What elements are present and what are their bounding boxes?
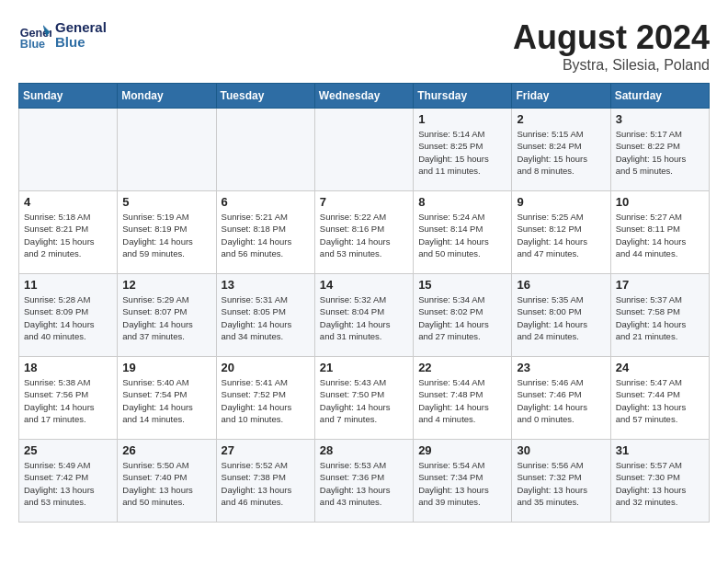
logo-general: General: [55, 20, 107, 36]
day-number: 11: [24, 278, 112, 292]
weekday-header-wednesday: Wednesday: [314, 84, 413, 109]
day-info: Sunrise: 5:34 AM Sunset: 8:02 PM Dayligh…: [418, 293, 506, 342]
calendar-cell: 9Sunrise: 5:25 AM Sunset: 8:12 PM Daylig…: [512, 191, 610, 274]
calendar-cell: 27Sunrise: 5:52 AM Sunset: 7:38 PM Dayli…: [216, 440, 314, 523]
day-number: 9: [517, 195, 605, 209]
day-info: Sunrise: 5:50 AM Sunset: 7:40 PM Dayligh…: [122, 459, 210, 508]
day-number: 1: [418, 112, 506, 126]
calendar-cell: 15Sunrise: 5:34 AM Sunset: 8:02 PM Dayli…: [414, 274, 512, 357]
calendar-cell: 7Sunrise: 5:22 AM Sunset: 8:16 PM Daylig…: [314, 191, 413, 274]
day-info: Sunrise: 5:53 AM Sunset: 7:36 PM Dayligh…: [320, 459, 408, 508]
day-number: 5: [122, 195, 210, 209]
day-info: Sunrise: 5:21 AM Sunset: 8:18 PM Dayligh…: [222, 211, 310, 259]
day-number: 23: [517, 361, 605, 374]
calendar-cell: 8Sunrise: 5:24 AM Sunset: 8:14 PM Daylig…: [414, 191, 512, 274]
calendar-cell: 30Sunrise: 5:56 AM Sunset: 7:32 PM Dayli…: [512, 440, 610, 523]
day-info: Sunrise: 5:37 AM Sunset: 7:58 PM Dayligh…: [616, 293, 704, 342]
day-info: Sunrise: 5:38 AM Sunset: 7:56 PM Dayligh…: [24, 376, 112, 425]
calendar-cell: 21Sunrise: 5:43 AM Sunset: 7:50 PM Dayli…: [314, 357, 413, 440]
location: Bystra, Silesia, Poland: [513, 57, 710, 74]
day-number: 10: [616, 195, 704, 209]
calendar-cell: 26Sunrise: 5:50 AM Sunset: 7:40 PM Dayli…: [118, 440, 216, 523]
calendar-cell: 29Sunrise: 5:54 AM Sunset: 7:34 PM Dayli…: [414, 440, 512, 523]
calendar-cell: 17Sunrise: 5:37 AM Sunset: 7:58 PM Dayli…: [610, 274, 709, 357]
day-info: Sunrise: 5:44 AM Sunset: 7:48 PM Dayligh…: [418, 376, 506, 425]
day-info: Sunrise: 5:32 AM Sunset: 8:04 PM Dayligh…: [320, 293, 408, 342]
day-number: 18: [24, 361, 112, 374]
day-info: Sunrise: 5:24 AM Sunset: 8:14 PM Dayligh…: [418, 211, 506, 259]
day-info: Sunrise: 5:52 AM Sunset: 7:38 PM Dayligh…: [222, 459, 310, 508]
calendar-week-3: 11Sunrise: 5:28 AM Sunset: 8:09 PM Dayli…: [19, 274, 710, 357]
day-number: 31: [616, 443, 704, 457]
day-number: 27: [222, 443, 310, 457]
day-number: 4: [24, 195, 112, 209]
calendar-cell: 25Sunrise: 5:49 AM Sunset: 7:42 PM Dayli…: [19, 440, 118, 523]
day-number: 24: [616, 361, 704, 374]
calendar-cell: 13Sunrise: 5:31 AM Sunset: 8:05 PM Dayli…: [216, 274, 314, 357]
day-info: Sunrise: 5:46 AM Sunset: 7:46 PM Dayligh…: [517, 376, 605, 425]
day-info: Sunrise: 5:18 AM Sunset: 8:21 PM Dayligh…: [24, 211, 112, 259]
weekday-header-monday: Monday: [118, 84, 216, 109]
calendar-week-4: 18Sunrise: 5:38 AM Sunset: 7:56 PM Dayli…: [19, 357, 710, 440]
calendar-table: SundayMondayTuesdayWednesdayThursdayFrid…: [18, 83, 710, 523]
calendar-cell: 4Sunrise: 5:18 AM Sunset: 8:21 PM Daylig…: [19, 191, 118, 274]
day-number: 20: [222, 361, 310, 374]
calendar-cell: [216, 109, 314, 191]
title-block: August 2024 Bystra, Silesia, Poland: [513, 18, 710, 74]
logo-icon: General Blue: [18, 18, 51, 52]
day-number: 19: [122, 361, 210, 374]
day-number: 2: [517, 112, 605, 126]
logo-blue: Blue: [55, 35, 107, 51]
day-info: Sunrise: 5:29 AM Sunset: 8:07 PM Dayligh…: [122, 293, 210, 342]
calendar-week-1: 1Sunrise: 5:14 AM Sunset: 8:25 PM Daylig…: [19, 109, 710, 191]
day-info: Sunrise: 5:40 AM Sunset: 7:54 PM Dayligh…: [122, 376, 210, 425]
day-info: Sunrise: 5:19 AM Sunset: 8:19 PM Dayligh…: [122, 211, 210, 259]
day-number: 14: [320, 278, 408, 292]
calendar-cell: 20Sunrise: 5:41 AM Sunset: 7:52 PM Dayli…: [216, 357, 314, 440]
calendar-cell: 1Sunrise: 5:14 AM Sunset: 8:25 PM Daylig…: [414, 109, 512, 191]
day-info: Sunrise: 5:22 AM Sunset: 8:16 PM Dayligh…: [320, 211, 408, 259]
svg-text:Blue: Blue: [20, 38, 45, 51]
day-info: Sunrise: 5:27 AM Sunset: 8:11 PM Dayligh…: [616, 211, 704, 259]
day-info: Sunrise: 5:25 AM Sunset: 8:12 PM Dayligh…: [517, 211, 605, 259]
calendar-cell: 18Sunrise: 5:38 AM Sunset: 7:56 PM Dayli…: [19, 357, 118, 440]
day-number: 16: [517, 278, 605, 292]
weekday-header-tuesday: Tuesday: [216, 84, 314, 109]
day-number: 22: [418, 361, 506, 374]
calendar-cell: 16Sunrise: 5:35 AM Sunset: 8:00 PM Dayli…: [512, 274, 610, 357]
calendar-cell: 31Sunrise: 5:57 AM Sunset: 7:30 PM Dayli…: [610, 440, 709, 523]
day-number: 13: [222, 278, 310, 292]
page-header: General Blue General Blue August 2024 By…: [18, 18, 710, 74]
day-number: 17: [616, 278, 704, 292]
calendar-cell: [314, 109, 413, 191]
day-number: 29: [418, 443, 506, 457]
day-info: Sunrise: 5:54 AM Sunset: 7:34 PM Dayligh…: [418, 459, 506, 508]
calendar-cell: 10Sunrise: 5:27 AM Sunset: 8:11 PM Dayli…: [610, 191, 709, 274]
weekday-header-friday: Friday: [512, 84, 610, 109]
calendar-cell: 19Sunrise: 5:40 AM Sunset: 7:54 PM Dayli…: [118, 357, 216, 440]
calendar-cell: 2Sunrise: 5:15 AM Sunset: 8:24 PM Daylig…: [512, 109, 610, 191]
calendar-cell: 11Sunrise: 5:28 AM Sunset: 8:09 PM Dayli…: [19, 274, 118, 357]
calendar-cell: 28Sunrise: 5:53 AM Sunset: 7:36 PM Dayli…: [314, 440, 413, 523]
calendar-cell: 12Sunrise: 5:29 AM Sunset: 8:07 PM Dayli…: [118, 274, 216, 357]
calendar-week-5: 25Sunrise: 5:49 AM Sunset: 7:42 PM Dayli…: [19, 440, 710, 523]
weekday-header-row: SundayMondayTuesdayWednesdayThursdayFrid…: [19, 84, 710, 109]
calendar-cell: 23Sunrise: 5:46 AM Sunset: 7:46 PM Dayli…: [512, 357, 610, 440]
day-info: Sunrise: 5:14 AM Sunset: 8:25 PM Dayligh…: [418, 128, 506, 177]
calendar-cell: 5Sunrise: 5:19 AM Sunset: 8:19 PM Daylig…: [118, 191, 216, 274]
day-info: Sunrise: 5:17 AM Sunset: 8:22 PM Dayligh…: [616, 128, 704, 177]
day-info: Sunrise: 5:35 AM Sunset: 8:00 PM Dayligh…: [517, 293, 605, 342]
day-number: 3: [616, 112, 704, 126]
calendar-cell: 6Sunrise: 5:21 AM Sunset: 8:18 PM Daylig…: [216, 191, 314, 274]
calendar-cell: 3Sunrise: 5:17 AM Sunset: 8:22 PM Daylig…: [610, 109, 709, 191]
calendar-cell: 24Sunrise: 5:47 AM Sunset: 7:44 PM Dayli…: [610, 357, 709, 440]
calendar-cell: [118, 109, 216, 191]
calendar-week-2: 4Sunrise: 5:18 AM Sunset: 8:21 PM Daylig…: [19, 191, 710, 274]
day-number: 7: [320, 195, 408, 209]
day-info: Sunrise: 5:49 AM Sunset: 7:42 PM Dayligh…: [24, 459, 112, 508]
day-number: 30: [517, 443, 605, 457]
day-number: 21: [320, 361, 408, 374]
calendar-cell: 22Sunrise: 5:44 AM Sunset: 7:48 PM Dayli…: [414, 357, 512, 440]
month-title: August 2024: [513, 18, 710, 57]
day-number: 26: [122, 443, 210, 457]
